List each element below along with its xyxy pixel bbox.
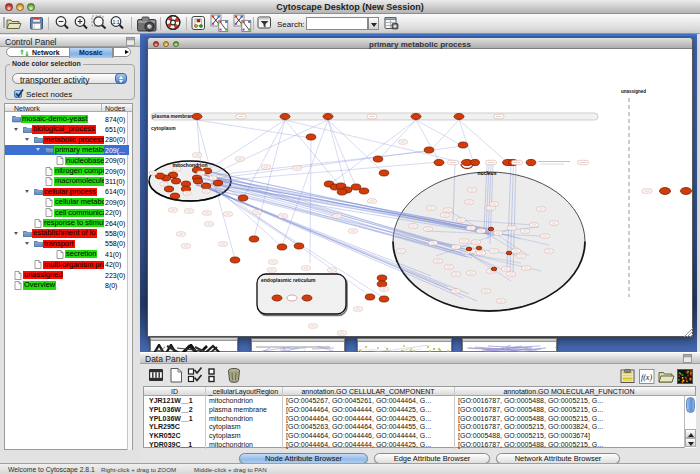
svg-text:cytoplasm: cytoplasm [151, 125, 176, 131]
svg-text:nucleus: nucleus [478, 170, 497, 176]
svg-text:endoplasmic reticulum: endoplasmic reticulum [261, 277, 316, 283]
svg-text:unassigned: unassigned [621, 89, 646, 94]
svg-text:f(x): f(x) [641, 373, 652, 382]
svg-text:mitochondrion: mitochondrion [173, 162, 208, 168]
svg-text:1:1: 1:1 [113, 19, 120, 25]
svg-text:plasma membrane: plasma membrane [152, 113, 196, 119]
